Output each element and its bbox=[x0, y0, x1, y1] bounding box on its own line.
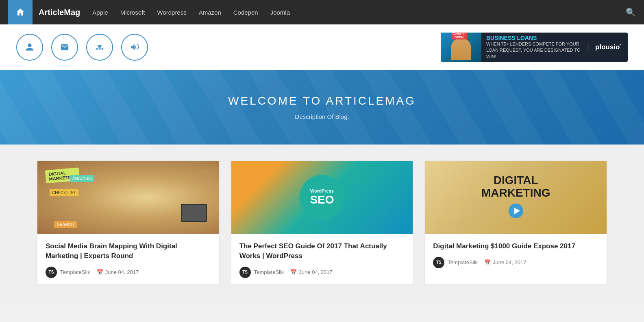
article-image-3: DIGITALMARKETING bbox=[425, 161, 607, 234]
play-icon bbox=[508, 203, 524, 219]
hero-description: Description Of Blog. bbox=[8, 113, 636, 120]
megaphone-icon bbox=[130, 43, 139, 52]
nav-link-microsoft[interactable]: Microsoft bbox=[120, 9, 145, 16]
author-avatar-2: TS bbox=[239, 267, 251, 278]
search-icon[interactable]: 🔍 bbox=[626, 7, 636, 17]
nav-link-amazon[interactable]: Amazon bbox=[199, 9, 221, 16]
ad-banner: Come InOPEN BUSINESS LOANS WHEN 75+ LEND… bbox=[441, 33, 628, 62]
article-title-1: Social Media Brain Mapping With Digital … bbox=[46, 241, 211, 261]
author-name-1: TemplateSilk bbox=[60, 269, 90, 275]
calendar-icon-3: 📅 bbox=[484, 259, 491, 265]
ad-title: BUSINESS LOANS bbox=[486, 35, 583, 41]
date-1: June 04, 2017 bbox=[105, 269, 139, 275]
calendar-icon-2: 📅 bbox=[290, 269, 297, 275]
svg-rect-0 bbox=[98, 45, 101, 46]
author-1: TS TemplateSilk bbox=[46, 267, 90, 278]
author-name-3: TemplateSilk bbox=[448, 259, 478, 265]
author-2: TS TemplateSilk bbox=[239, 267, 284, 278]
nav-link-codepen[interactable]: Codepen bbox=[233, 9, 258, 16]
article-card-2: WordPress SEO The Perfect SEO Guide Of 2… bbox=[231, 161, 413, 284]
calendar-icon-1: 📅 bbox=[97, 269, 103, 275]
svg-rect-1 bbox=[96, 48, 98, 50]
author-avatar-1: TS bbox=[46, 267, 57, 278]
profile-icon-circle[interactable] bbox=[16, 34, 43, 61]
icon-bar: Come InOPEN BUSINESS LOANS WHEN 75+ LEND… bbox=[0, 24, 644, 70]
article-title-2: The Perfect SEO Guide Of 2017 That Actua… bbox=[239, 241, 405, 261]
social-icons bbox=[16, 34, 148, 61]
author-name-2: TemplateSilk bbox=[254, 269, 284, 275]
megaphone-icon-circle[interactable] bbox=[121, 34, 148, 61]
sitemap-icon bbox=[95, 43, 104, 52]
ad-logo: plousio* bbox=[588, 43, 628, 51]
nav-link-wordpress[interactable]: Wordpress bbox=[157, 9, 186, 16]
brand-name: ArticleMag bbox=[39, 8, 80, 17]
open-badge: Come InOPEN bbox=[451, 33, 467, 39]
envelope-icon bbox=[60, 43, 69, 52]
author-avatar-3: TS bbox=[433, 257, 444, 268]
article-content-1: Social Media Brain Mapping With Digital … bbox=[37, 234, 219, 284]
sitemap-icon-circle[interactable] bbox=[86, 34, 113, 61]
article-meta-2: TS TemplateSilk 📅 June 04, 2017 bbox=[239, 267, 405, 278]
dm-text: DIGITALMARKETING bbox=[481, 174, 550, 199]
article-card-3: DIGITALMARKETING Digital Marketing $1000… bbox=[425, 161, 607, 284]
nav-link-joomla[interactable]: Joomla bbox=[270, 9, 290, 16]
svg-rect-2 bbox=[98, 48, 101, 50]
hero-title: WELCOME TO ARTICLEMAG bbox=[8, 94, 636, 107]
date-meta-2: 📅 June 04, 2017 bbox=[290, 269, 332, 275]
article-title-3: Digital Marketing $1000 Guide Expose 201… bbox=[433, 241, 598, 251]
article-meta-1: TS TemplateSilk 📅 June 04, 2017 bbox=[46, 267, 211, 278]
ad-text: BUSINESS LOANS WHEN 75+ LENDERS COMPETE … bbox=[481, 33, 588, 62]
article-image-1: DIGITALMARKETING ANALYSIS CHECK LIST www… bbox=[37, 161, 219, 234]
home-icon bbox=[15, 7, 25, 17]
nav-links: Apple Microsoft Wordpress Amazon Codepen… bbox=[92, 9, 626, 16]
date-3: June 04, 2017 bbox=[493, 259, 526, 265]
article-card-1: DIGITALMARKETING ANALYSIS CHECK LIST www… bbox=[37, 161, 219, 284]
articles-grid: DIGITALMARKETING ANALYSIS CHECK LIST www… bbox=[37, 161, 607, 284]
person-icon bbox=[25, 43, 34, 52]
nav-link-apple[interactable]: Apple bbox=[92, 9, 108, 16]
hero-section: WELCOME TO ARTICLEMAG Description Of Blo… bbox=[0, 70, 644, 145]
svg-rect-3 bbox=[102, 48, 104, 50]
home-button[interactable] bbox=[8, 0, 33, 24]
article-content-3: Digital Marketing $1000 Guide Expose 201… bbox=[425, 234, 607, 274]
author-3: TS TemplateSilk bbox=[433, 257, 478, 268]
article-meta-3: TS TemplateSilk 📅 June 04, 2017 bbox=[433, 257, 598, 268]
article-content-2: The Perfect SEO Guide Of 2017 That Actua… bbox=[231, 234, 413, 284]
ad-image: Come InOPEN bbox=[441, 33, 481, 62]
date-meta-1: 📅 June 04, 2017 bbox=[97, 269, 139, 275]
date-2: June 04, 2017 bbox=[299, 269, 332, 275]
ad-body: WHEN 75+ LENDERS COMPETE FOR YOUR LOAN R… bbox=[486, 41, 583, 60]
navbar: ArticleMag Apple Microsoft Wordpress Ama… bbox=[0, 0, 644, 24]
mail-icon-circle[interactable] bbox=[51, 34, 78, 61]
articles-section: DIGITALMARKETING ANALYSIS CHECK LIST www… bbox=[0, 145, 644, 300]
seo-badge: WordPress SEO bbox=[300, 175, 344, 220]
date-meta-3: 📅 June 04, 2017 bbox=[484, 259, 526, 265]
article-image-2: WordPress SEO bbox=[231, 161, 413, 234]
